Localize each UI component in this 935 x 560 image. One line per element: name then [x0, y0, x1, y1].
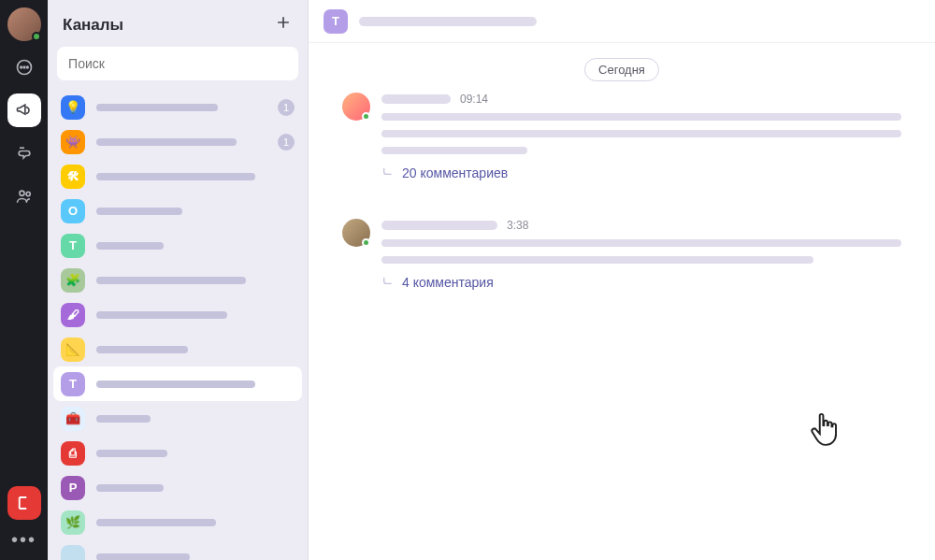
- post: 3:384 комментария: [342, 219, 901, 291]
- channel-icon: 📐: [61, 337, 85, 362]
- channel-list[interactable]: 💡1👾1🛠OT🧩🖌📐T🧰⎙P🌿: [48, 90, 308, 560]
- cursor-hand-icon: [808, 412, 840, 453]
- channel-icon: 🖌: [61, 303, 85, 327]
- channel-name-placeholder: [96, 104, 218, 111]
- channel-icon: T: [61, 372, 85, 396]
- channel-item[interactable]: 🧰: [53, 401, 302, 436]
- post-time: 3:38: [507, 219, 528, 232]
- search-wrap: [48, 47, 308, 90]
- channel-name-placeholder: [96, 381, 255, 388]
- channel-item[interactable]: P: [53, 470, 302, 505]
- channel-icon: T: [61, 234, 85, 258]
- rail-threads-button[interactable]: [7, 136, 41, 170]
- channel-icon: 🛠: [61, 165, 85, 189]
- content-line-placeholder: [381, 239, 901, 247]
- channel-item[interactable]: T: [53, 228, 302, 263]
- sidebar-title: Каналы: [63, 16, 274, 35]
- comments-count: 4 комментария: [402, 275, 494, 290]
- rail-contacts-button[interactable]: [7, 179, 41, 213]
- channel-icon: O: [61, 199, 85, 223]
- channel-item[interactable]: 🖌: [53, 297, 302, 332]
- channel-item[interactable]: 👾1: [53, 124, 302, 159]
- rail-more-button[interactable]: •••: [11, 529, 36, 551]
- comments-link[interactable]: 4 комментария: [381, 273, 901, 291]
- channel-icon: 🌿: [61, 510, 85, 535]
- chat-bubble-icon: [15, 58, 34, 77]
- svg-point-4: [20, 191, 24, 195]
- workspace-logo-icon: [16, 495, 33, 511]
- channel-name-placeholder: [96, 138, 237, 146]
- post-body: 09:1420 комментариев: [381, 93, 901, 181]
- channel-item[interactable]: 📐: [53, 332, 302, 366]
- rail-channels-button[interactable]: [7, 93, 41, 127]
- author-name-placeholder: [381, 94, 451, 104]
- channel-name-placeholder: [96, 519, 216, 526]
- comments-count: 20 комментариев: [402, 165, 508, 180]
- feed: Сегодня 09:1420 комментариев3:384 коммен…: [309, 43, 935, 560]
- channel-name-placeholder: [96, 346, 188, 353]
- rail-workspace-button[interactable]: [7, 486, 41, 520]
- content-line-placeholder: [381, 256, 813, 264]
- reply-arrow-icon: [381, 273, 396, 291]
- channel-icon: P: [61, 476, 85, 500]
- author-name-placeholder: [381, 221, 497, 230]
- search-input[interactable]: [57, 47, 298, 80]
- channel-name-placeholder: [96, 450, 167, 457]
- channel-item[interactable]: ⎙: [53, 436, 302, 470]
- main-panel: T Сегодня 09:1420 комментариев3:384 комм…: [309, 0, 935, 560]
- svg-point-5: [26, 192, 30, 195]
- content-line-placeholder: [381, 130, 901, 137]
- threads-icon: [15, 144, 34, 163]
- channel-icon: [61, 545, 85, 561]
- svg-point-2: [23, 66, 25, 68]
- comments-link[interactable]: 20 комментариев: [381, 164, 901, 181]
- rail-chat-button[interactable]: [7, 50, 41, 84]
- sidebar-header: Каналы: [48, 0, 308, 47]
- channel-icon: 🧰: [61, 407, 85, 431]
- post-avatar[interactable]: [342, 93, 370, 121]
- unread-badge: 1: [278, 99, 295, 116]
- channel-item[interactable]: O: [53, 194, 302, 228]
- channel-icon: 🧩: [61, 268, 85, 293]
- user-avatar[interactable]: [7, 7, 41, 41]
- channel-item[interactable]: T: [53, 366, 302, 401]
- post-body: 3:384 комментария: [381, 219, 901, 291]
- channel-title-placeholder: [359, 17, 537, 26]
- channels-sidebar: Каналы 💡1👾1🛠OT🧩🖌📐T🧰⎙P🌿: [48, 0, 309, 560]
- plus-icon: [274, 13, 293, 32]
- post: 09:1420 комментариев: [342, 93, 901, 181]
- svg-point-3: [26, 66, 28, 68]
- status-indicator-icon: [362, 112, 370, 121]
- status-indicator-icon: [32, 32, 41, 41]
- reply-arrow-icon: [381, 164, 396, 181]
- channel-name-placeholder: [96, 415, 151, 423]
- channel-name-placeholder: [96, 553, 190, 561]
- channel-icon: 💡: [61, 95, 85, 120]
- add-channel-button[interactable]: [274, 13, 293, 37]
- content-line-placeholder: [381, 147, 527, 154]
- date-pill: Сегодня: [584, 58, 659, 81]
- channel-header-icon: T: [324, 9, 348, 34]
- unread-badge: 1: [278, 134, 295, 151]
- date-separator: Сегодня: [342, 58, 901, 81]
- channel-name-placeholder: [96, 208, 182, 215]
- megaphone-icon: [15, 101, 34, 120]
- channel-header: T: [309, 0, 935, 43]
- content-line-placeholder: [381, 113, 901, 121]
- channel-item[interactable]: 🛠: [53, 159, 302, 194]
- svg-point-1: [20, 66, 22, 68]
- channel-item[interactable]: [53, 539, 302, 560]
- channel-name-placeholder: [96, 484, 164, 492]
- channel-name-placeholder: [96, 242, 164, 250]
- channel-item[interactable]: 💡1: [53, 90, 302, 124]
- channel-icon: 👾: [61, 130, 85, 154]
- nav-rail: •••: [0, 0, 48, 560]
- post-time: 09:14: [460, 93, 488, 106]
- status-indicator-icon: [362, 238, 370, 247]
- post-avatar[interactable]: [342, 219, 370, 247]
- channel-icon: ⎙: [61, 441, 85, 466]
- channel-name-placeholder: [96, 277, 246, 284]
- post-head: 09:14: [381, 93, 901, 106]
- channel-item[interactable]: 🌿: [53, 505, 302, 539]
- channel-item[interactable]: 🧩: [53, 263, 302, 297]
